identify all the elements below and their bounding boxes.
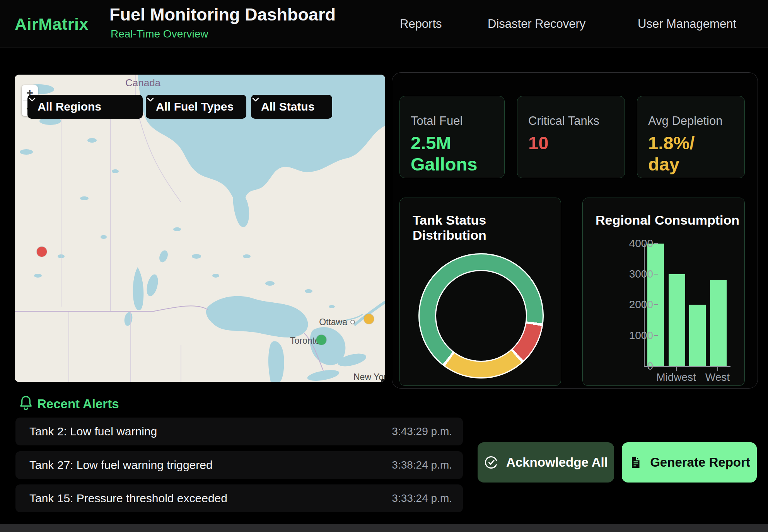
bar-plot-area	[644, 244, 730, 367]
stat-label: Total Fuel	[411, 114, 504, 128]
fuel-type-filter-dropdown[interactable]: All Fuel Types	[146, 95, 246, 119]
bar-midwest	[669, 274, 685, 366]
chevron-down-icon	[251, 95, 260, 104]
generate-report-button[interactable]: Generate Report	[622, 442, 757, 483]
bar-chart-title: Regional Consumption	[596, 213, 739, 228]
map-label-newyork: New York	[353, 372, 385, 382]
regional-consumption-card: Regional Consumption 01000200030004000 M…	[582, 198, 745, 386]
alert-timestamp: 3:38:24 p.m.	[392, 459, 452, 471]
page-subtitle: Real-Time Overview	[111, 28, 208, 40]
stat-label: Avg Depletion	[648, 114, 744, 128]
alert-row: Tank 27: Low fuel warning triggered3:38:…	[15, 451, 463, 479]
y-tick-label: 2000	[618, 298, 653, 311]
alert-message: Tank 27: Low fuel warning triggered	[29, 459, 213, 472]
fuel-type-filter-value: All Fuel Types	[156, 100, 234, 113]
overview-panel: Total Fuel2.5MGallonsCritical Tanks10Avg…	[392, 72, 758, 389]
y-tick-mark	[654, 304, 658, 305]
ottawa-town-dot	[351, 320, 355, 324]
acknowledge-all-button[interactable]: Acknowledge All	[478, 442, 614, 483]
region-filter-dropdown[interactable]: All Regions	[27, 95, 143, 119]
alert-timestamp: 3:33:24 p.m.	[392, 492, 452, 505]
y-tick-mark	[654, 274, 658, 275]
map-panel[interactable]: Canada Ottawa Toronto New York + − All R…	[15, 75, 385, 382]
tank-status-card: Tank Status Distribution	[399, 198, 561, 386]
x-tick-label-midwest: Midwest	[656, 371, 696, 384]
stat-value: 10	[528, 133, 625, 154]
region-filter-value: All Regions	[38, 100, 101, 113]
nav-item-user-management[interactable]: User Management	[638, 17, 736, 31]
alert-message: Tank 15: Pressure threshold exceeded	[29, 492, 227, 505]
map-marker-critical[interactable]	[37, 247, 47, 257]
donut-hole	[436, 271, 526, 361]
alert-row: Tank 2: Low fuel warning3:43:29 p.m.	[15, 418, 463, 445]
water-lake-michigan	[268, 341, 284, 382]
report-document-icon	[628, 455, 642, 469]
bar-region-3	[689, 305, 706, 366]
generate-report-label: Generate Report	[650, 455, 750, 470]
stat-card-critical-tanks: Critical Tanks10	[517, 96, 625, 178]
map-marker-normal[interactable]	[316, 335, 326, 345]
stat-card-avg-depletion: Avg Depletion1.8%/day	[637, 96, 745, 178]
acknowledge-all-label: Acknowledge All	[506, 455, 608, 470]
check-circle-icon	[484, 455, 498, 470]
chevron-down-icon	[146, 95, 155, 104]
tank-status-donut-chart	[418, 253, 544, 379]
y-tick-label: 4000	[618, 237, 653, 250]
alerts-section-title: Recent Alerts	[37, 397, 119, 411]
y-tick-mark	[654, 366, 658, 367]
bell-icon	[19, 395, 33, 411]
brand-logo: AirMatrix	[15, 15, 89, 34]
x-tick-mark	[717, 367, 718, 371]
x-tick-label-west: West	[705, 371, 730, 384]
stat-label: Critical Tanks	[528, 114, 625, 128]
y-tick-label: 3000	[618, 268, 653, 280]
drag-grip-icon[interactable]: ⠿	[381, 379, 385, 382]
map-label-canada: Canada	[125, 77, 161, 89]
stat-card-total-fuel: Total Fuel2.5MGallons	[399, 96, 505, 178]
map-marker-warning[interactable]	[364, 314, 374, 324]
bar-west	[710, 280, 727, 366]
alert-row: Tank 15: Pressure threshold exceeded3:33…	[15, 484, 463, 512]
map-label-ottawa: Ottawa	[319, 317, 347, 327]
stat-value: 2.5MGallons	[411, 133, 504, 175]
stat-value: 1.8%/day	[648, 133, 744, 175]
nav-item-disaster-recovery[interactable]: Disaster Recovery	[488, 17, 585, 31]
app-header: AirMatrix Fuel Monitoring Dashboard Real…	[0, 0, 768, 48]
status-filter-value: All Status	[261, 100, 314, 113]
y-tick-label: 1000	[618, 329, 653, 342]
alert-message: Tank 2: Low fuel warning	[29, 425, 157, 438]
alert-timestamp: 3:43:29 p.m.	[392, 425, 452, 438]
status-filter-dropdown[interactable]: All Status	[251, 95, 332, 119]
map-canvas: Canada Ottawa Toronto New York	[15, 75, 385, 382]
page-title: Fuel Monitoring Dashboard	[109, 5, 336, 25]
nav-item-reports[interactable]: Reports	[400, 17, 442, 31]
chevron-down-icon	[27, 95, 37, 104]
x-tick-mark	[676, 367, 677, 371]
y-tick-mark	[654, 335, 658, 336]
y-tick-mark	[654, 243, 658, 244]
donut-chart-title: Tank Status Distribution	[413, 213, 561, 243]
bottom-strip	[0, 524, 768, 532]
y-tick-label: 0	[618, 360, 653, 372]
map-label-toronto: Toronto	[290, 336, 320, 346]
